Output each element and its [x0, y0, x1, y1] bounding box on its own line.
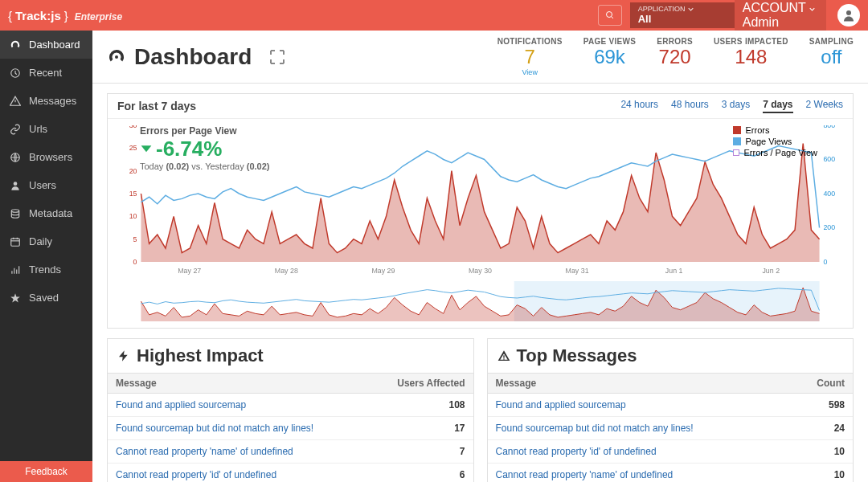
table-row: Found and applied sourcemap108 [108, 394, 473, 417]
sidebar-item-recent[interactable]: Recent [0, 59, 92, 87]
table-row: Found and applied sourcemap598 [488, 394, 854, 417]
brand-logo[interactable]: {Track:js} Enterprise [8, 9, 122, 22]
message-link[interactable]: Found and applied sourcemap [108, 394, 371, 417]
application-selector[interactable]: APPLICATION All [630, 2, 735, 28]
page-title: Dashboard [107, 44, 287, 70]
range-option[interactable]: 2 Weeks [806, 99, 843, 113]
chevron-down-icon [688, 6, 694, 12]
svg-text:30: 30 [129, 125, 137, 129]
svg-text:5: 5 [133, 235, 137, 243]
chart-info: Errors per Page View -6.74% Today (0.02)… [140, 125, 269, 171]
sidebar-item-daily[interactable]: Daily [0, 227, 92, 255]
message-link[interactable]: Found and applied sourcemap [488, 394, 791, 417]
svg-line-1 [611, 17, 613, 19]
search-button[interactable] [598, 5, 622, 26]
avatar[interactable] [837, 4, 860, 27]
svg-text:800: 800 [823, 125, 835, 129]
message-link[interactable]: Cannot read property 'id' of undefined [488, 440, 791, 464]
sidebar-item-saved[interactable]: Saved [0, 284, 92, 312]
message-link[interactable]: Found sourcemap but did not match any li… [488, 417, 791, 440]
sidebar: DashboardRecentMessagesUrlsBrowsersUsers… [0, 31, 92, 482]
svg-text:400: 400 [823, 190, 835, 198]
expand-icon[interactable] [268, 47, 287, 67]
topbar: {Track:js} Enterprise APPLICATION All AC… [0, 0, 868, 31]
panel-highest-impact: Highest Impact MessageUsers Affected Fou… [107, 338, 474, 482]
dashboard-icon [107, 47, 126, 67]
stat-sampling: SAMPLING off [809, 37, 854, 76]
sidebar-item-dashboard[interactable]: Dashboard [0, 31, 92, 59]
svg-text:Jun 2: Jun 2 [762, 267, 780, 275]
svg-point-16 [115, 55, 118, 59]
svg-text:May 31: May 31 [566, 267, 589, 275]
table-row: Cannot read property 'name' of undefined… [488, 464, 854, 483]
sidebar-item-trends[interactable]: Trends [0, 255, 92, 284]
message-link[interactable]: Cannot read property 'name' of undefined [108, 440, 371, 464]
range-option[interactable]: 3 days [722, 99, 750, 113]
stat-pageviews: PAGE VIEWS 69k [583, 37, 637, 76]
table-row: Cannot read property 'name' of undefined… [108, 440, 473, 464]
svg-rect-38 [503, 358, 504, 359]
main-content: Dashboard NOTIFICATIONS 7 View PAGE VIEW… [92, 31, 868, 482]
svg-text:May 29: May 29 [371, 267, 395, 275]
svg-text:25: 25 [129, 144, 137, 152]
overview-chart[interactable] [117, 281, 843, 321]
stat-notifications[interactable]: NOTIFICATIONS 7 View [497, 37, 563, 76]
svg-text:20: 20 [129, 167, 137, 175]
svg-text:200: 200 [823, 223, 835, 231]
message-link[interactable]: Cannot read property 'name' of undefined [488, 464, 791, 483]
warning-icon [497, 349, 510, 362]
svg-rect-8 [11, 238, 20, 245]
table-row: Found sourcemap but did not match any li… [108, 417, 473, 440]
svg-text:0: 0 [133, 258, 137, 266]
svg-text:15: 15 [129, 190, 137, 198]
svg-point-7 [11, 209, 18, 212]
message-link[interactable]: Cannot read property 'id' of undefined [108, 464, 371, 483]
svg-point-2 [846, 10, 851, 15]
sidebar-item-users[interactable]: Users [0, 171, 92, 199]
svg-text:May 28: May 28 [275, 267, 298, 275]
table-row: Cannot read property 'id' of undefined10 [488, 440, 854, 464]
panel-top-messages: Top Messages MessageCount Found and appl… [487, 338, 854, 482]
svg-text:May 30: May 30 [469, 267, 492, 275]
stat-errors: ERRORS 720 [657, 37, 693, 76]
svg-text:May 27: May 27 [178, 267, 201, 275]
svg-rect-37 [503, 355, 504, 357]
chevron-down-icon [809, 6, 815, 12]
table-row: Found sourcemap but did not match any li… [488, 417, 854, 440]
range-option[interactable]: 24 hours [620, 99, 658, 113]
bolt-icon [117, 349, 130, 362]
svg-text:600: 600 [823, 155, 835, 163]
feedback-button[interactable]: Feedback [0, 461, 92, 482]
range-option[interactable]: 7 days [763, 99, 792, 113]
svg-point-0 [606, 12, 612, 18]
message-link[interactable]: Found sourcemap but did not match any li… [108, 417, 371, 440]
sidebar-item-urls[interactable]: Urls [0, 115, 92, 143]
svg-text:0: 0 [823, 258, 827, 266]
stat-users: USERS IMPACTED 148 [714, 37, 788, 76]
chart-legend: Errors Page Views Errors / Page View [733, 125, 817, 159]
caret-down-icon [140, 143, 153, 156]
svg-text:10: 10 [129, 212, 137, 220]
svg-text:Jun 1: Jun 1 [665, 267, 683, 275]
account-selector[interactable]: ACCOUNT Admin [735, 0, 826, 33]
search-icon [605, 10, 615, 20]
sidebar-item-messages[interactable]: Messages [0, 87, 92, 115]
sidebar-item-browsers[interactable]: Browsers [0, 143, 92, 171]
time-range-selector: 24 hours48 hours3 days7 days2 Weeks [620, 99, 843, 113]
range-option[interactable]: 48 hours [671, 99, 709, 113]
table-row: Cannot read property 'id' of undefined6 [108, 464, 473, 483]
svg-point-6 [14, 182, 18, 186]
chart-card: For last 7 days 24 hours48 hours3 days7 … [107, 93, 854, 329]
sidebar-item-metadata[interactable]: Metadata [0, 199, 92, 227]
chart-subtitle: For last 7 days [117, 100, 196, 112]
user-icon [841, 8, 856, 22]
